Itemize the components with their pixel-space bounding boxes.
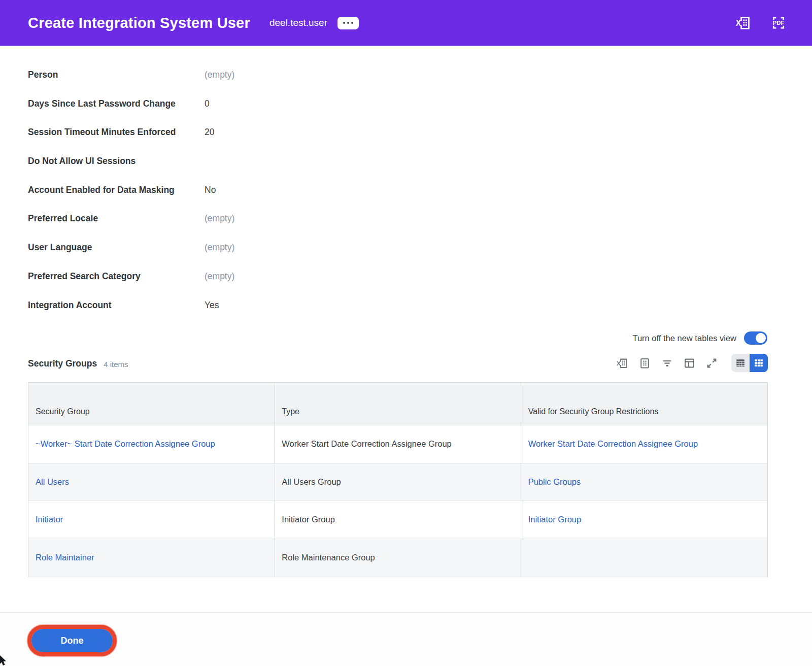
field-user-language: User Language (empty) [28, 242, 485, 271]
field-preferred-search-category: Preferred Search Category (empty) [28, 271, 485, 299]
export-data-icon[interactable] [638, 356, 652, 370]
field-value: (empty) [205, 69, 234, 80]
field-value: 0 [205, 98, 210, 109]
field-label: Preferred Search Category [28, 271, 205, 282]
field-label: Preferred Locale [28, 213, 205, 224]
print-pdf-icon[interactable]: PDF [769, 14, 788, 32]
security-groups-table: Security Group Type Valid for Security G… [28, 382, 768, 577]
page-title: Create Integration System User [28, 15, 250, 31]
tables-view-toggle-row: Turn off the new tables view [632, 331, 767, 345]
field-days-since-last-password-change: Days Since Last Password Change 0 [28, 98, 485, 127]
export-to-excel-icon[interactable]: X [734, 14, 753, 32]
table-row: All Users All Users Group Public Groups [28, 463, 767, 502]
field-label: User Language [28, 242, 205, 253]
valid-for-link[interactable]: Worker Start Date Correction Assignee Gr… [528, 439, 698, 449]
column-settings-icon[interactable] [683, 356, 696, 370]
field-value: (empty) [205, 213, 234, 224]
type-cell: Initiator Group [282, 515, 335, 524]
column-header-type: Type [275, 383, 521, 425]
field-person: Person (empty) [28, 69, 485, 98]
field-account-enabled-for-data-masking: Account Enabled for Data Masking No [28, 184, 485, 213]
type-cell: Worker Start Date Correction Assignee Gr… [282, 439, 451, 449]
expand-table-icon[interactable] [705, 356, 719, 370]
field-value: Yes [205, 299, 219, 311]
integration-system-user-form: Person (empty) Days Since Last Password … [28, 69, 485, 328]
related-actions-button[interactable] [337, 17, 359, 29]
footer-bar: Done [0, 612, 812, 666]
type-cell: Role Maintenance Group [282, 553, 375, 562]
done-button[interactable]: Done [31, 629, 113, 652]
valid-for-link[interactable]: Initiator Group [528, 515, 582, 524]
type-cell: All Users Group [282, 477, 341, 487]
field-do-not-allow-ui-sessions: Do Not Allow UI Sessions [28, 155, 485, 184]
tables-view-toggle[interactable] [744, 331, 767, 345]
annotation-highlight-ring: Done [27, 625, 117, 656]
table-header-row: Security Group Type Valid for Security G… [28, 383, 767, 425]
security-groups-title: Security Groups [28, 358, 97, 372]
column-header-valid-for: Valid for Security Group Restrictions [521, 383, 767, 425]
field-session-timeout-minutes: Session Timeout Minutes Enforced 20 [28, 126, 485, 155]
svg-text:X: X [736, 19, 741, 27]
svg-text:X: X [617, 360, 621, 367]
security-groups-section-header: Security Groups 4 items X [28, 354, 768, 372]
table-toolbar: X [616, 354, 768, 372]
related-actions-icon [343, 22, 346, 24]
table-row: Initiator Initiator Group Initiator Grou… [28, 501, 767, 539]
field-value: (empty) [205, 271, 234, 282]
page-subtitle: deel.test.user [269, 17, 327, 28]
security-group-link[interactable]: Role Maintainer [36, 553, 94, 562]
new-grid-view-icon[interactable] [750, 354, 768, 372]
field-label: Session Timeout Minutes Enforced [28, 126, 205, 138]
security-group-link[interactable]: ~Worker~ Start Date Correction Assignee … [36, 439, 215, 449]
export-to-excel-icon[interactable]: X [616, 356, 629, 370]
filter-icon[interactable] [660, 356, 674, 370]
field-label: Do Not Allow UI Sessions [28, 155, 205, 166]
column-header-security-group: Security Group [28, 383, 275, 425]
security-group-link[interactable]: All Users [36, 477, 69, 487]
page-header: Create Integration System User deel.test… [0, 0, 812, 46]
field-value: No [205, 184, 216, 195]
field-value: (empty) [205, 242, 234, 253]
classic-grid-view-icon[interactable] [731, 354, 750, 372]
field-preferred-locale: Preferred Locale (empty) [28, 213, 485, 242]
field-label: Integration Account [28, 299, 205, 311]
table-view-segmented-control [731, 354, 768, 372]
valid-for-link[interactable]: Public Groups [528, 477, 581, 487]
mouse-cursor-icon [0, 655, 9, 666]
table-row: Role Maintainer Role Maintenance Group [28, 539, 767, 577]
field-value: 20 [205, 126, 214, 138]
toggle-knob-icon [756, 333, 766, 343]
field-label: Days Since Last Password Change [28, 98, 205, 109]
security-group-link[interactable]: Initiator [36, 515, 63, 524]
svg-text:PDF: PDF [773, 20, 785, 26]
tables-view-toggle-label: Turn off the new tables view [632, 334, 736, 343]
security-groups-count: 4 items [104, 360, 128, 372]
field-label: Person [28, 69, 205, 80]
table-row: ~Worker~ Start Date Correction Assignee … [28, 425, 767, 463]
field-label: Account Enabled for Data Masking [28, 184, 205, 195]
field-integration-account: Integration Account Yes [28, 299, 485, 328]
